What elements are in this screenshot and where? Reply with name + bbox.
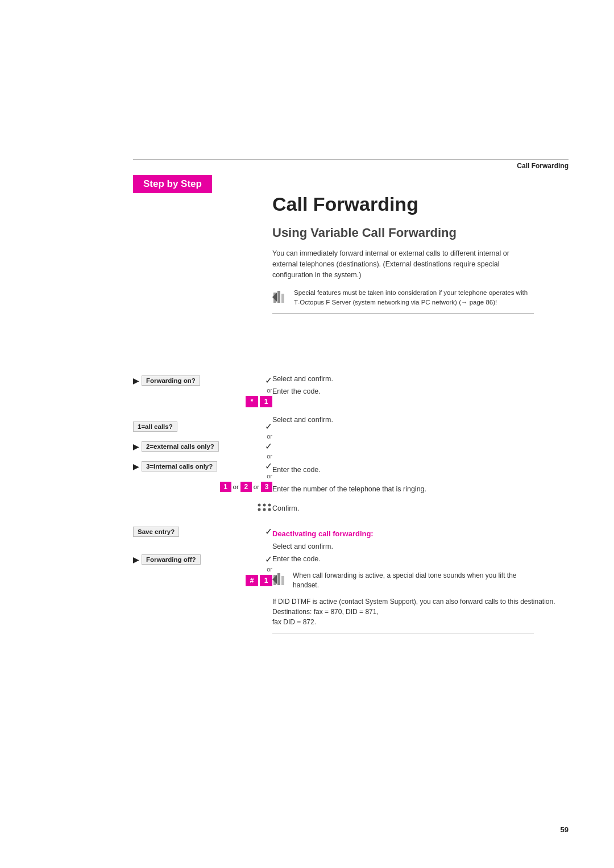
or-3: or xyxy=(133,453,272,460)
arrow-icon-calls3: ▶ xyxy=(133,462,139,471)
svg-point-5 xyxy=(263,504,266,507)
hash-badge: # xyxy=(246,575,258,586)
steps-left-panel: ▶ Forwarding on? ✓ or * 1 1=all calls? ✓… xyxy=(133,375,272,593)
instr-keypad-hint: Enter the number of the telephone that i… xyxy=(272,485,569,493)
save-entry-row: Save entry? ✓ xyxy=(133,526,272,537)
calls-2-label: 2=external calls only? xyxy=(142,441,219,452)
checkmark-save: ✓ xyxy=(265,526,272,537)
keypad-icon xyxy=(256,502,272,516)
or-1: or xyxy=(133,387,272,394)
svg-point-7 xyxy=(258,508,261,511)
note-text-1: Special features must be taken into cons… xyxy=(294,288,534,307)
arrow-icon-fwd-off: ▶ xyxy=(133,555,139,564)
checkmark-calls1: ✓ xyxy=(265,421,272,432)
page-title: Call Forwarding xyxy=(272,193,569,215)
or-off: or xyxy=(133,566,272,573)
forwarding-off-row: ▶ Forwarding off? ✓ xyxy=(133,554,272,565)
step-by-step-label: Step by Step xyxy=(133,175,212,193)
instr-select-confirm: Select and confirm. xyxy=(272,375,569,383)
page-number: 59 xyxy=(561,825,569,834)
checkmark-fwd-off: ✓ xyxy=(265,554,272,565)
forwarding-off-label: Forwarding off? xyxy=(142,554,201,565)
header-title: Call Forwarding xyxy=(517,162,569,170)
svg-rect-1 xyxy=(277,291,280,303)
deactivating-steps: ▶ Forwarding off? ✓ or # 1 xyxy=(133,554,272,586)
or-4: or xyxy=(133,473,272,479)
section-subtitle: Using Variable Call Forwarding xyxy=(272,226,569,240)
forwarding-on-label: Forwarding on? xyxy=(142,375,200,386)
note-text-3: If DID DTMF is active (contact System Su… xyxy=(272,596,569,627)
instr-select-confirm-2: Select and confirm. xyxy=(272,416,569,424)
note-icon-2 xyxy=(272,571,288,589)
svg-point-4 xyxy=(258,504,261,507)
calls-1-row: 1=all calls? ✓ xyxy=(133,421,272,432)
arrow-icon-fwd-on: ▶ xyxy=(133,376,139,385)
main-content: Call Forwarding Using Variable Call Forw… xyxy=(272,193,569,325)
calls-3-label: 3=internal calls only? xyxy=(142,461,217,471)
badge-2: 2 xyxy=(240,482,252,492)
instr-enter-code-1: Enter the code. xyxy=(272,387,569,395)
keypad-row xyxy=(133,502,272,516)
instructions-panel: Select and confirm. Enter the code. Sele… xyxy=(272,375,569,633)
bottom-divider xyxy=(272,633,534,633)
note-icon-1 xyxy=(272,289,288,307)
calls-2-row: ▶ 2=external calls only? ✓ xyxy=(133,441,272,452)
instr-confirm: Confirm. xyxy=(272,504,569,512)
body-text: You can immediately forward internal or … xyxy=(272,248,534,280)
badge-3: 3 xyxy=(261,482,272,492)
deactivating-heading: Deactivating call forwarding: xyxy=(272,529,569,538)
page-container: Call Forwarding Step by Step Call Forwar… xyxy=(0,0,614,868)
star-badge: * xyxy=(246,396,258,407)
forwarding-on-row: ▶ Forwarding on? ✓ xyxy=(133,375,272,386)
star-code-row: * 1 xyxy=(133,396,272,407)
instr-enter-code-2: Enter the code. xyxy=(272,466,569,474)
note-deactivate: When call forwarding is active, a specia… xyxy=(272,571,534,591)
note-text-2: When call forwarding is active, a specia… xyxy=(293,571,534,591)
badge-1: 1 xyxy=(220,482,231,492)
num1-badge-star: 1 xyxy=(260,396,272,407)
num1-badge-hash: 1 xyxy=(260,575,272,586)
code-123-row: 1 or 2 or 3 xyxy=(133,482,272,492)
or-5b: or xyxy=(254,483,259,490)
calls-3-row: ▶ 3=internal calls only? ✓ xyxy=(133,461,272,471)
or-5a: or xyxy=(233,483,239,490)
calls-1-label: 1=all calls? xyxy=(133,422,177,432)
hash-code-row: # 1 xyxy=(133,575,272,586)
instr-select-confirm-3: Select and confirm. xyxy=(272,542,569,550)
save-entry-label: Save entry? xyxy=(133,527,179,537)
checkmark-fwd-on: ✓ xyxy=(265,375,272,386)
note-box-1: Special features must be taken into cons… xyxy=(272,288,534,313)
svg-point-6 xyxy=(268,504,271,507)
svg-point-8 xyxy=(263,508,266,511)
svg-rect-11 xyxy=(277,573,280,585)
checkmark-calls2: ✓ xyxy=(265,441,272,452)
or-2: or xyxy=(133,433,272,440)
svg-point-9 xyxy=(268,508,271,511)
checkmark-calls3: ✓ xyxy=(265,461,272,471)
svg-rect-12 xyxy=(281,576,284,585)
header-divider xyxy=(133,159,569,160)
svg-rect-2 xyxy=(281,294,284,303)
arrow-icon-calls2: ▶ xyxy=(133,442,139,451)
instr-enter-code-3: Enter the code. xyxy=(272,555,569,563)
